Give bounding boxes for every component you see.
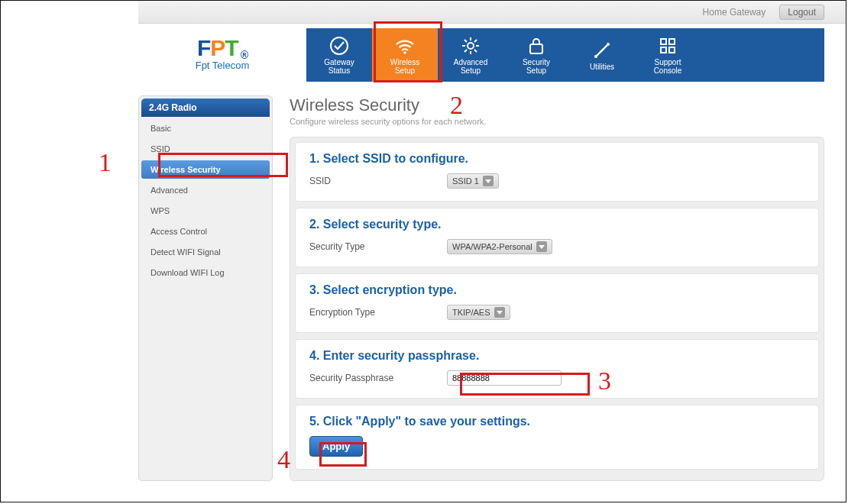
nav-label: Security Setup (523, 58, 550, 75)
svg-point-2 (468, 43, 474, 49)
nav-label: Support Console (654, 58, 682, 75)
sidebar: 2.4G Radio Basic SSID Wireless Security … (138, 95, 273, 481)
nav-gateway-status[interactable]: Gateway Status (306, 28, 372, 82)
annotation-number-3: 3 (598, 367, 611, 396)
sidebar-item-wps[interactable]: WPS (141, 202, 270, 220)
svg-point-0 (331, 37, 348, 54)
svg-point-1 (403, 51, 406, 54)
settings-panel: 1. Select SSID to configure. SSID SSID 1… (290, 137, 824, 481)
svg-rect-11 (530, 44, 542, 53)
main-nav: Gateway Status Wireless Setup Advanced S… (306, 28, 824, 82)
svg-rect-14 (661, 39, 666, 44)
svg-line-8 (474, 50, 477, 52)
logout-button[interactable]: Logout (779, 5, 824, 20)
annotation-number-2: 2 (450, 91, 463, 120)
encryption-type-value: TKIP/AES (452, 308, 490, 317)
logo-letter-p: P (210, 35, 225, 61)
ssid-dropdown[interactable]: SSID 1 (447, 173, 499, 189)
check-circle-icon (329, 35, 350, 57)
sidebar-item-access-control[interactable]: Access Control (141, 222, 270, 241)
field-label-encryption-type: Encryption Type (309, 307, 439, 318)
header: F P T ® Fpt Telecom Gateway Status Wirel… (138, 24, 846, 82)
sidebar-item-wireless-security[interactable]: Wireless Security (141, 160, 270, 179)
field-label-passphrase: Security Passphrase (309, 373, 439, 383)
section-heading: 4. Enter security passphrase. (309, 349, 804, 363)
section-heading: 1. Select SSID to configure. (309, 152, 804, 166)
sidebar-item-ssid[interactable]: SSID (141, 140, 270, 158)
svg-point-13 (607, 43, 610, 46)
nav-support-console[interactable]: Support Console (635, 28, 701, 82)
svg-point-12 (594, 55, 597, 58)
page-subtitle: Configure wireless security options for … (290, 117, 824, 126)
security-type-dropdown[interactable]: WPA/WPA2-Personal (447, 239, 552, 254)
annotation-number-4: 4 (277, 445, 290, 474)
nav-wireless-setup[interactable]: Wireless Setup (372, 28, 438, 82)
content: 2.4G Radio Basic SSID Wireless Security … (138, 95, 824, 481)
ssid-dropdown-value: SSID 1 (452, 176, 479, 186)
section-heading: 3. Select encryption type. (309, 283, 804, 297)
nav-utilities[interactable]: Utilities (569, 28, 635, 82)
logo-letter-f: F (197, 35, 210, 61)
field-label-security-type: Security Type (309, 241, 439, 252)
wifi-icon (394, 35, 416, 57)
section-heading: 2. Select security type. (309, 218, 804, 231)
logo: F P T ® Fpt Telecom (138, 24, 306, 82)
page-title: Wireless Security (290, 95, 824, 115)
utility-bar: Home Gateway Logout (138, 1, 846, 24)
logo-letter-t: T (225, 35, 238, 61)
grid-icon (657, 35, 678, 57)
gear-icon (460, 35, 481, 57)
section-ssid: 1. Select SSID to configure. SSID SSID 1 (295, 142, 819, 202)
section-heading: 5. Click "Apply" to save your settings. (309, 415, 804, 428)
passphrase-input[interactable] (447, 370, 562, 386)
nav-security-setup[interactable]: Security Setup (503, 28, 569, 82)
section-security-type: 2. Select security type. Security Type W… (295, 208, 819, 267)
sidebar-item-download-wifi-log[interactable]: Download WIFI Log (141, 263, 270, 282)
nav-advanced-setup[interactable]: Advanced Setup (438, 28, 503, 82)
security-type-value: WPA/WPA2-Personal (452, 242, 532, 251)
annotation-number-1: 1 (99, 148, 112, 177)
chevron-down-icon (536, 241, 547, 252)
nav-label: Utilities (590, 63, 614, 71)
home-gateway-link[interactable]: Home Gateway (703, 7, 766, 18)
sidebar-header: 2.4G Radio (141, 99, 270, 117)
svg-line-10 (464, 50, 467, 52)
chevron-down-icon (483, 176, 494, 186)
encryption-type-dropdown[interactable]: TKIP/AES (447, 305, 510, 320)
sidebar-item-detect-wifi-signal[interactable]: Detect WIFI Signal (141, 243, 270, 261)
svg-rect-15 (669, 39, 675, 44)
logo-text: F P T ® (197, 35, 248, 61)
section-apply: 5. Click "Apply" to save your settings. … (295, 405, 819, 470)
section-encryption-type: 3. Select encryption type. Encryption Ty… (295, 273, 819, 333)
chevron-down-icon (494, 307, 505, 318)
svg-rect-16 (661, 47, 666, 53)
lock-icon (526, 35, 547, 57)
svg-line-7 (464, 40, 467, 42)
tools-icon (591, 40, 613, 61)
svg-line-9 (474, 40, 477, 42)
nav-label: Gateway Status (324, 58, 354, 75)
sidebar-item-advanced[interactable]: Advanced (141, 181, 270, 199)
apply-button[interactable]: Apply (309, 436, 363, 457)
main: Wireless Security Configure wireless sec… (290, 95, 824, 481)
sidebar-item-basic[interactable]: Basic (141, 119, 270, 137)
nav-label: Advanced Setup (454, 58, 487, 75)
logo-subtitle: Fpt Telecom (196, 60, 250, 71)
section-passphrase: 4. Enter security passphrase. Security P… (295, 339, 819, 399)
nav-label: Wireless Setup (390, 58, 419, 75)
svg-rect-17 (669, 47, 675, 53)
field-label-ssid: SSID (309, 176, 439, 186)
